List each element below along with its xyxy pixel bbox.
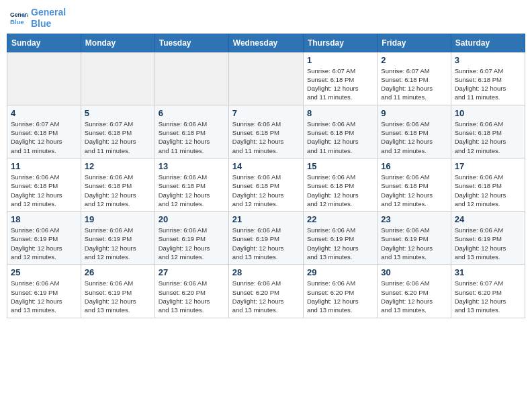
day-cell — [228, 52, 303, 105]
day-number: 21 — [232, 214, 300, 224]
week-row-3: 11Sunrise: 6:06 AMSunset: 6:18 PMDayligh… — [7, 158, 525, 211]
day-number: 11 — [11, 161, 77, 171]
day-info: Sunrise: 6:06 AMSunset: 6:18 PMDaylight:… — [11, 173, 77, 208]
day-number: 27 — [159, 267, 225, 277]
day-number: 31 — [455, 267, 521, 277]
day-number: 10 — [455, 108, 521, 118]
day-header-tuesday: Tuesday — [154, 34, 228, 52]
day-info: Sunrise: 6:06 AMSunset: 6:18 PMDaylight:… — [307, 173, 373, 208]
day-number: 24 — [455, 214, 521, 224]
day-info: Sunrise: 6:06 AMSunset: 6:19 PMDaylight:… — [159, 226, 225, 261]
day-cell: 14Sunrise: 6:06 AMSunset: 6:18 PMDayligh… — [228, 158, 303, 211]
day-number: 2 — [381, 55, 447, 65]
day-info: Sunrise: 6:06 AMSunset: 6:18 PMDaylight:… — [455, 173, 521, 208]
day-cell: 25Sunrise: 6:06 AMSunset: 6:19 PMDayligh… — [7, 265, 81, 318]
day-cell: 17Sunrise: 6:06 AMSunset: 6:18 PMDayligh… — [451, 158, 525, 211]
day-info: Sunrise: 6:06 AMSunset: 6:18 PMDaylight:… — [159, 173, 225, 208]
day-number: 23 — [381, 214, 447, 224]
day-number: 4 — [11, 108, 77, 118]
day-cell: 10Sunrise: 6:06 AMSunset: 6:18 PMDayligh… — [451, 105, 525, 158]
day-number: 6 — [159, 108, 225, 118]
svg-text:General: General — [10, 11, 28, 18]
day-cell: 28Sunrise: 6:06 AMSunset: 6:20 PMDayligh… — [228, 265, 303, 318]
day-cell: 18Sunrise: 6:06 AMSunset: 6:19 PMDayligh… — [7, 212, 81, 265]
day-number: 13 — [159, 161, 225, 171]
calendar-table: SundayMondayTuesdayWednesdayThursdayFrid… — [7, 34, 525, 318]
day-number: 25 — [11, 267, 77, 277]
day-info: Sunrise: 6:07 AMSunset: 6:20 PMDaylight:… — [455, 279, 521, 314]
day-cell: 15Sunrise: 6:06 AMSunset: 6:18 PMDayligh… — [303, 158, 377, 211]
day-number: 8 — [307, 108, 373, 118]
day-cell: 16Sunrise: 6:06 AMSunset: 6:18 PMDayligh… — [378, 158, 451, 211]
day-cell — [7, 52, 81, 105]
day-cell: 26Sunrise: 6:06 AMSunset: 6:19 PMDayligh… — [81, 265, 154, 318]
day-info: Sunrise: 6:06 AMSunset: 6:18 PMDaylight:… — [381, 173, 447, 208]
day-info: Sunrise: 6:07 AMSunset: 6:18 PMDaylight:… — [307, 66, 373, 102]
day-number: 20 — [159, 214, 225, 224]
header-row: SundayMondayTuesdayWednesdayThursdayFrid… — [7, 34, 525, 52]
day-info: Sunrise: 6:07 AMSunset: 6:18 PMDaylight:… — [11, 120, 77, 155]
svg-text:Blue: Blue — [10, 18, 24, 26]
day-header-thursday: Thursday — [303, 34, 377, 52]
day-info: Sunrise: 6:06 AMSunset: 6:18 PMDaylight:… — [381, 120, 447, 155]
day-number: 7 — [232, 108, 300, 118]
day-cell: 19Sunrise: 6:06 AMSunset: 6:19 PMDayligh… — [81, 212, 154, 265]
day-info: Sunrise: 6:06 AMSunset: 6:19 PMDaylight:… — [11, 226, 77, 261]
day-info: Sunrise: 6:06 AMSunset: 6:19 PMDaylight:… — [381, 226, 447, 261]
day-cell: 7Sunrise: 6:06 AMSunset: 6:18 PMDaylight… — [228, 105, 303, 158]
week-row-5: 25Sunrise: 6:06 AMSunset: 6:19 PMDayligh… — [7, 265, 525, 318]
day-info: Sunrise: 6:07 AMSunset: 6:18 PMDaylight:… — [381, 66, 447, 102]
day-info: Sunrise: 6:06 AMSunset: 6:18 PMDaylight:… — [232, 120, 300, 155]
day-number: 19 — [85, 214, 151, 224]
day-info: Sunrise: 6:06 AMSunset: 6:19 PMDaylight:… — [455, 226, 521, 261]
day-cell: 11Sunrise: 6:06 AMSunset: 6:18 PMDayligh… — [7, 158, 81, 211]
day-info: Sunrise: 6:07 AMSunset: 6:18 PMDaylight:… — [455, 66, 521, 102]
day-number: 18 — [11, 214, 77, 224]
day-cell: 8Sunrise: 6:06 AMSunset: 6:18 PMDaylight… — [303, 105, 377, 158]
day-cell: 21Sunrise: 6:06 AMSunset: 6:19 PMDayligh… — [228, 212, 303, 265]
day-info: Sunrise: 6:06 AMSunset: 6:18 PMDaylight:… — [232, 173, 300, 208]
day-cell: 1Sunrise: 6:07 AMSunset: 6:18 PMDaylight… — [303, 52, 377, 105]
day-cell: 6Sunrise: 6:06 AMSunset: 6:18 PMDaylight… — [154, 105, 228, 158]
page-header: General Blue GeneralBlue — [7, 7, 525, 30]
week-row-2: 4Sunrise: 6:07 AMSunset: 6:18 PMDaylight… — [7, 105, 525, 158]
week-row-1: 1Sunrise: 6:07 AMSunset: 6:18 PMDaylight… — [7, 52, 525, 105]
day-cell: 2Sunrise: 6:07 AMSunset: 6:18 PMDaylight… — [378, 52, 451, 105]
day-cell: 12Sunrise: 6:06 AMSunset: 6:18 PMDayligh… — [81, 158, 154, 211]
day-info: Sunrise: 6:06 AMSunset: 6:19 PMDaylight:… — [11, 279, 77, 314]
day-info: Sunrise: 6:06 AMSunset: 6:20 PMDaylight:… — [159, 279, 225, 314]
day-cell: 24Sunrise: 6:06 AMSunset: 6:19 PMDayligh… — [451, 212, 525, 265]
day-number: 28 — [232, 267, 300, 277]
day-cell: 3Sunrise: 6:07 AMSunset: 6:18 PMDaylight… — [451, 52, 525, 105]
day-info: Sunrise: 6:06 AMSunset: 6:18 PMDaylight:… — [455, 120, 521, 155]
day-cell: 22Sunrise: 6:06 AMSunset: 6:19 PMDayligh… — [303, 212, 377, 265]
day-cell: 20Sunrise: 6:06 AMSunset: 6:19 PMDayligh… — [154, 212, 228, 265]
day-cell: 4Sunrise: 6:07 AMSunset: 6:18 PMDaylight… — [7, 105, 81, 158]
day-info: Sunrise: 6:06 AMSunset: 6:18 PMDaylight:… — [307, 120, 373, 155]
logo-text: GeneralBlue — [31, 7, 66, 30]
day-info: Sunrise: 6:06 AMSunset: 6:18 PMDaylight:… — [159, 120, 225, 155]
day-number: 16 — [381, 161, 447, 171]
day-cell: 31Sunrise: 6:07 AMSunset: 6:20 PMDayligh… — [451, 265, 525, 318]
day-number: 5 — [85, 108, 151, 118]
day-cell: 5Sunrise: 6:07 AMSunset: 6:18 PMDaylight… — [81, 105, 154, 158]
day-header-monday: Monday — [81, 34, 154, 52]
day-number: 1 — [307, 55, 373, 65]
day-number: 26 — [85, 267, 151, 277]
day-header-sunday: Sunday — [7, 34, 81, 52]
day-header-friday: Friday — [378, 34, 451, 52]
day-number: 29 — [307, 267, 373, 277]
day-number: 3 — [455, 55, 521, 65]
logo: General Blue GeneralBlue — [9, 7, 66, 30]
day-number: 12 — [85, 161, 151, 171]
day-cell: 9Sunrise: 6:06 AMSunset: 6:18 PMDaylight… — [378, 105, 451, 158]
day-info: Sunrise: 6:06 AMSunset: 6:20 PMDaylight:… — [232, 279, 300, 314]
day-header-wednesday: Wednesday — [228, 34, 303, 52]
day-cell — [154, 52, 228, 105]
day-info: Sunrise: 6:06 AMSunset: 6:20 PMDaylight:… — [381, 279, 447, 314]
day-info: Sunrise: 6:06 AMSunset: 6:19 PMDaylight:… — [85, 226, 151, 261]
logo-icon: General Blue — [9, 9, 28, 28]
day-number: 22 — [307, 214, 373, 224]
day-number: 15 — [307, 161, 373, 171]
day-cell: 27Sunrise: 6:06 AMSunset: 6:20 PMDayligh… — [154, 265, 228, 318]
